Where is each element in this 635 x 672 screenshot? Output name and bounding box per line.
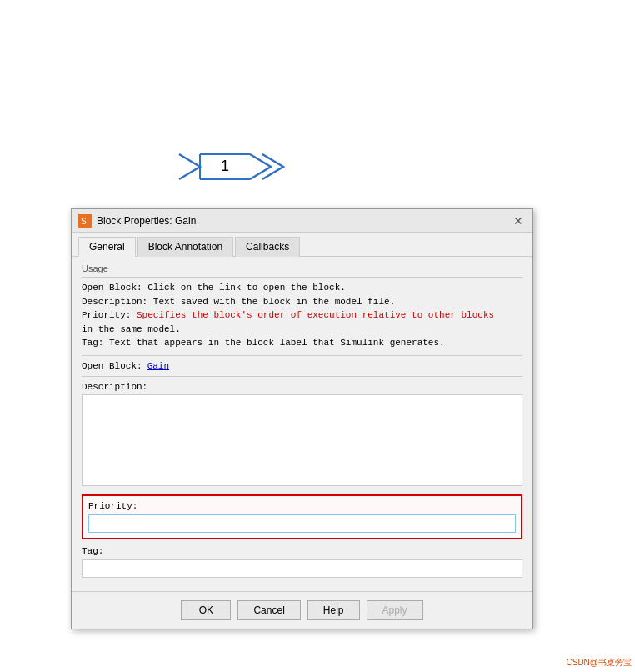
usage-line-1: Open Block: Click on the link to open th…	[82, 283, 346, 293]
open-block-label: Open Block:	[82, 361, 142, 371]
description-textarea[interactable]	[82, 394, 522, 486]
usage-line-5: Tag: Text that appears in the block labe…	[82, 338, 445, 348]
watermark: CSDN@书桌旁宝	[567, 657, 632, 669]
tab-callbacks[interactable]: Callbacks	[235, 237, 300, 257]
tag-label: Tag:	[82, 546, 522, 556]
open-block-row: Open Block: Gain	[82, 361, 522, 371]
priority-label: Priority:	[88, 501, 516, 511]
section-divider-top	[82, 277, 522, 278]
usage-line-4: in the same model.	[82, 324, 181, 334]
tabs-bar: General Block Annotation Callbacks	[72, 233, 532, 257]
cancel-button[interactable]: Cancel	[238, 600, 300, 620]
dialog-title: Block Properties: Gain	[97, 215, 196, 227]
tab-general[interactable]: General	[78, 237, 136, 257]
usage-section-label: Usage	[82, 263, 522, 273]
tab-block-annotation[interactable]: Block Annotation	[138, 237, 233, 257]
section-divider-usage	[82, 355, 522, 356]
priority-input[interactable]	[88, 514, 516, 533]
help-button[interactable]: Help	[308, 600, 360, 620]
open-block-link[interactable]: Gain	[148, 361, 169, 371]
dialog-titlebar: S Block Properties: Gain ✕	[72, 209, 532, 233]
dialog-content: Usage Open Block: Click on the link to o…	[72, 257, 532, 584]
svg-text:1: 1	[221, 158, 229, 174]
usage-line-2: Description: Text saved with the block i…	[82, 297, 395, 307]
usage-line-3: Priority: Specifies the block's order of…	[82, 310, 494, 320]
usage-priority-text: Specifies the block's order of execution…	[137, 310, 494, 320]
section-divider-open-block	[82, 376, 522, 377]
tag-input[interactable]	[82, 559, 522, 578]
svg-text:S: S	[81, 217, 87, 226]
dialog-buttons: OK Cancel Help Apply	[72, 591, 532, 629]
usage-text: Open Block: Click on the link to open th…	[82, 281, 522, 350]
titlebar-left: S Block Properties: Gain	[78, 214, 196, 228]
apply-button[interactable]: Apply	[367, 600, 423, 620]
block-properties-dialog: S Block Properties: Gain ✕ General Block…	[71, 208, 533, 629]
tag-section: Tag:	[82, 546, 522, 578]
dialog-icon: S	[78, 214, 92, 228]
priority-section: Priority:	[82, 494, 522, 539]
description-label: Description:	[82, 382, 522, 392]
close-button[interactable]: ✕	[511, 213, 526, 228]
simulink-block-diagram: 1	[162, 138, 296, 199]
ok-button[interactable]: OK	[181, 600, 231, 620]
